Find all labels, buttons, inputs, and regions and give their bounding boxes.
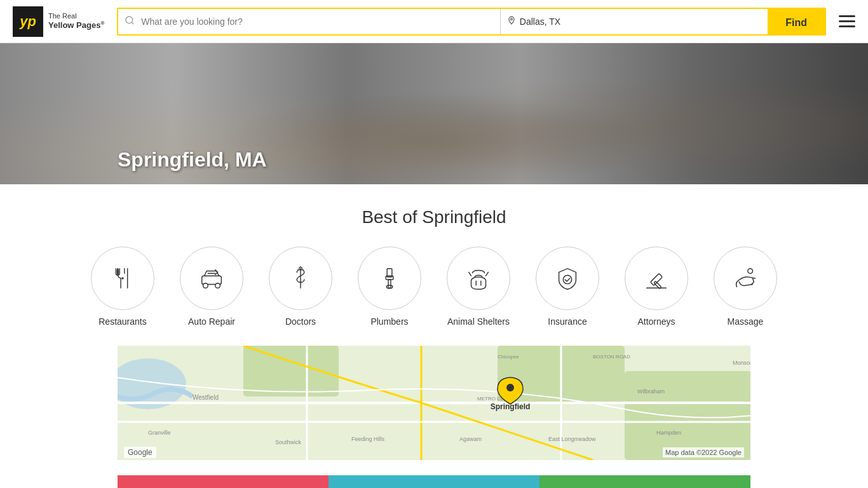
header: yp The Real Yellow Pages® Find xyxy=(0,0,868,43)
plumbers-icon xyxy=(375,264,404,293)
category-label-insurance: Insurance xyxy=(548,316,587,327)
map-credit: Map data ©2022 Google xyxy=(663,447,744,458)
map-section: Westfield Springfield METRO CENTER Wilbr… xyxy=(118,346,750,460)
hamburger-line3 xyxy=(839,25,855,27)
map-svg: Westfield Springfield METRO CENTER Wilbr… xyxy=(118,346,750,460)
logo-yp-text: yp xyxy=(20,13,36,30)
category-circle-doctors xyxy=(269,247,332,310)
logo-box: yp xyxy=(13,6,43,37)
category-animal-shelters[interactable]: Animal Shelters xyxy=(444,247,513,327)
category-circle-animal-shelters xyxy=(447,247,510,310)
map-container[interactable]: Westfield Springfield METRO CENTER Wilbr… xyxy=(118,346,750,460)
category-restaurants[interactable]: Restaurants xyxy=(88,247,158,327)
logo[interactable]: yp The Real Yellow Pages® xyxy=(13,6,104,37)
search-where-container xyxy=(501,9,768,34)
category-attorneys[interactable]: Attorneys xyxy=(621,247,691,327)
svg-point-6 xyxy=(203,283,208,288)
svg-text:Westfield: Westfield xyxy=(193,394,219,401)
best-of-title: Best of Springfield xyxy=(13,207,855,227)
svg-point-3 xyxy=(122,278,123,279)
svg-point-14 xyxy=(563,275,571,283)
category-circle-insurance xyxy=(536,247,599,310)
best-of-section: Best of Springfield Restaurants xyxy=(0,184,868,346)
hamburger-line1 xyxy=(839,15,855,17)
hero-section: Springfield, MA xyxy=(0,43,868,184)
svg-text:Monson: Monson xyxy=(733,360,750,366)
logo-line1: The Real xyxy=(48,12,104,20)
category-label-animal-shelters: Animal Shelters xyxy=(447,316,510,327)
doctors-icon xyxy=(286,264,315,293)
popular-businesses-card[interactable]: Popular Businesses in Springfield xyxy=(118,475,329,488)
svg-text:Chicopee: Chicopee xyxy=(498,354,519,360)
location-input[interactable] xyxy=(520,17,761,27)
svg-point-18 xyxy=(748,269,753,274)
category-insurance[interactable]: Insurance xyxy=(532,247,602,327)
bottom-cards: Popular Businesses in Springfield Trendi… xyxy=(118,475,750,488)
category-circle-massage xyxy=(714,247,777,310)
category-circle-auto-repair xyxy=(180,247,243,310)
search-bar: Find xyxy=(117,8,826,36)
svg-text:East Longmeadow: East Longmeadow xyxy=(548,436,596,442)
category-label-doctors: Doctors xyxy=(285,316,316,327)
svg-rect-21 xyxy=(243,346,339,396)
svg-rect-12 xyxy=(388,280,391,288)
category-label-attorneys: Attorneys xyxy=(637,316,675,327)
category-label-massage: Massage xyxy=(728,316,764,327)
svg-point-0 xyxy=(126,17,133,24)
svg-text:Hampden: Hampden xyxy=(656,430,681,436)
hamburger-menu[interactable] xyxy=(839,15,855,27)
svg-text:BOSTON ROAD: BOSTON ROAD xyxy=(593,354,630,360)
svg-text:Southwick: Southwick xyxy=(275,439,302,445)
nearby-cities-card[interactable]: Nearby Cities in Springfield xyxy=(539,475,750,488)
hero-city-label: Springfield, MA xyxy=(118,148,267,172)
map-google-logo: Google xyxy=(124,446,156,458)
category-label-plumbers: Plumbers xyxy=(370,316,408,327)
category-circle-attorneys xyxy=(625,247,688,310)
category-label-auto-repair: Auto Repair xyxy=(188,316,235,327)
svg-text:Wilbraham: Wilbraham xyxy=(637,388,665,395)
auto-repair-icon xyxy=(197,264,226,293)
category-circle-restaurants xyxy=(91,247,154,310)
svg-point-7 xyxy=(215,283,220,288)
svg-point-2 xyxy=(510,18,512,20)
svg-rect-23 xyxy=(625,371,750,460)
category-auto-repair[interactable]: Auto Repair xyxy=(177,247,247,327)
categories-grid: Restaurants Auto Repair xyxy=(13,247,855,327)
logo-text: The Real Yellow Pages® xyxy=(48,12,104,30)
attorneys-icon xyxy=(642,264,671,293)
category-massage[interactable]: Massage xyxy=(710,247,780,327)
find-button[interactable]: Find xyxy=(768,9,825,36)
svg-rect-15 xyxy=(651,273,663,285)
hamburger-line2 xyxy=(839,20,855,22)
logo-line2: Yellow Pages® xyxy=(48,20,104,30)
category-plumbers[interactable]: Plumbers xyxy=(355,247,424,327)
insurance-icon xyxy=(553,264,582,293)
search-what-container xyxy=(118,9,501,34)
animal-shelters-icon xyxy=(464,264,493,293)
trending-searches-card[interactable]: Trending Searches in Springfield xyxy=(329,475,539,488)
category-label-restaurants: Restaurants xyxy=(98,316,146,327)
svg-point-13 xyxy=(386,285,393,288)
massage-icon xyxy=(731,264,760,293)
restaurants-icon xyxy=(108,264,137,293)
google-logo-text: Google xyxy=(124,447,156,458)
svg-point-42 xyxy=(506,384,514,391)
svg-text:Feeding Hills: Feeding Hills xyxy=(351,436,385,442)
svg-text:Granville: Granville xyxy=(148,430,171,436)
search-icon xyxy=(118,15,141,28)
category-doctors[interactable]: Doctors xyxy=(266,247,336,327)
svg-text:Agawam: Agawam xyxy=(459,436,482,442)
category-circle-plumbers xyxy=(358,247,421,310)
location-icon xyxy=(507,16,516,27)
svg-line-1 xyxy=(132,22,133,24)
search-input[interactable] xyxy=(141,17,500,27)
